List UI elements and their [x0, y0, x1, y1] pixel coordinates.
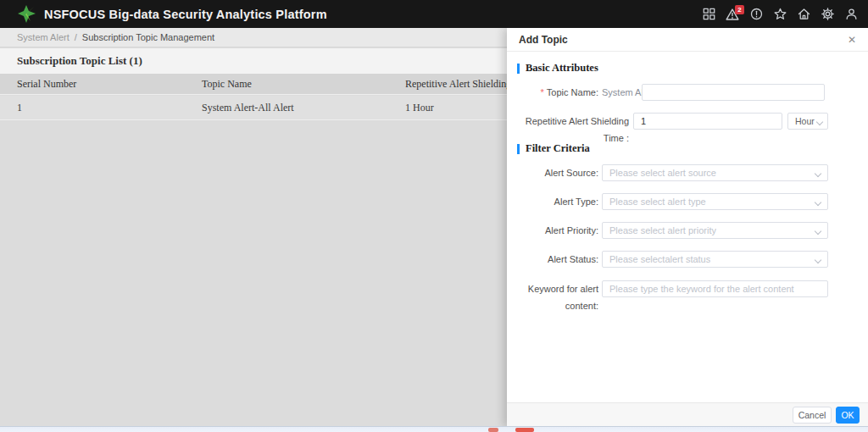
breadcrumb-item-system-alert[interactable]: System Alert [17, 32, 70, 42]
alert-type-label: Alert Type: [507, 193, 598, 210]
shielding-time-unit-value: Hour [795, 116, 815, 126]
alert-priority-select[interactable]: Please select alert priority [602, 222, 828, 239]
ok-button[interactable]: OK [836, 407, 860, 424]
cell-topic-name: System Alert-All Alert [202, 96, 294, 119]
add-topic-drawer: Add Topic ✕ Basic Attributes *Topic Name… [507, 28, 868, 427]
required-mark: * [541, 87, 544, 97]
keyword-input[interactable] [602, 280, 828, 297]
alert-source-select[interactable]: Please select alert source [602, 164, 828, 181]
alert-status-placeholder: Please selectalert status [609, 254, 710, 264]
taskbar-icon-sliver [488, 428, 498, 432]
cancel-button[interactable]: Cancel [793, 407, 832, 424]
alert-source-placeholder: Please select alert source [609, 168, 716, 178]
section-filter-criteria: Filter Criteria [517, 142, 590, 155]
list-title: Subscription Topic List (1) [17, 54, 142, 68]
drawer-header: Add Topic ✕ [507, 28, 868, 52]
alert-priority-label: Alert Priority: [507, 222, 598, 239]
cell-serial-number: 1 [17, 96, 22, 119]
alert-source-label: Alert Source: [507, 164, 598, 181]
chevron-down-icon [815, 228, 821, 235]
settings-gear-icon[interactable] [821, 8, 834, 21]
alert-warning-icon[interactable]: 2 [726, 8, 739, 21]
user-icon[interactable] [844, 8, 858, 21]
app-header: NSFOCUS Big-data Security Analytics Plat… [0, 0, 868, 28]
topic-name-label: *Topic Name: [507, 84, 598, 101]
chevron-down-icon [815, 170, 821, 177]
apps-grid-icon[interactable] [702, 8, 715, 21]
section-accent-bar [517, 64, 520, 74]
alert-status-label: Alert Status: [507, 251, 598, 268]
alert-type-select[interactable]: Please select alert type [602, 193, 828, 210]
home-icon[interactable] [797, 8, 810, 21]
chevron-down-icon [815, 199, 821, 206]
favorite-star-icon[interactable] [773, 8, 787, 21]
drawer-title: Add Topic [519, 28, 568, 52]
section-basic-attributes: Basic Attributes [517, 62, 598, 75]
close-icon[interactable]: ✕ [848, 28, 856, 52]
chevron-down-icon [816, 119, 823, 125]
column-header-serial-number: Serial Number [17, 74, 76, 94]
nsfocus-logo-icon [17, 4, 37, 25]
alerts-count-badge: 2 [735, 5, 744, 14]
alert-type-placeholder: Please select alert type [609, 197, 706, 207]
app-title: NSFOCUS Big-data Security Analytics Plat… [44, 8, 327, 21]
taskbar-sliver [0, 426, 868, 432]
info-icon[interactable] [749, 8, 763, 21]
alert-priority-placeholder: Please select alert priority [609, 225, 716, 235]
drawer-footer: Cancel OK [507, 402, 868, 427]
topic-name-input[interactable] [642, 84, 825, 101]
breadcrumb-item-current: Subscription Topic Management [82, 32, 214, 42]
column-header-topic-name: Topic Name [202, 74, 252, 94]
header-icon-group: 2 [702, 0, 858, 28]
shielding-time-unit-select[interactable]: Hour [787, 113, 828, 130]
screen: NSFOCUS Big-data Security Analytics Plat… [0, 0, 868, 432]
chevron-down-icon [815, 257, 821, 263]
alert-status-select[interactable]: Please selectalert status [602, 251, 828, 268]
keyword-label: Keyword for alert content: [507, 280, 598, 314]
shielding-time-label: Repetitive Alert Shielding Time : [507, 113, 629, 147]
breadcrumb-separator: / [75, 32, 77, 42]
taskbar-icon-sliver [515, 428, 534, 432]
cell-shielding-time: 1 Hour [405, 96, 434, 119]
shielding-time-input[interactable] [633, 113, 782, 130]
section-accent-bar [517, 144, 520, 154]
